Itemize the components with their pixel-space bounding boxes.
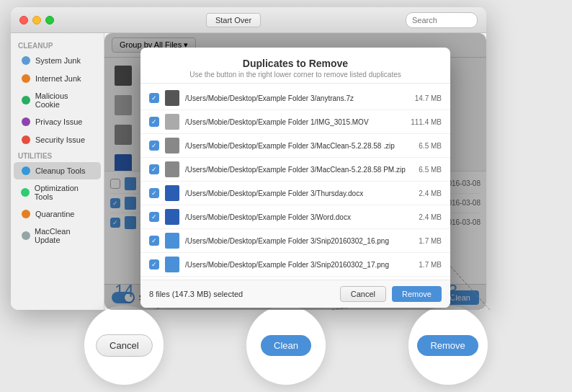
modal-item-path: /Users/Mobie/Desktop/Example Folder 3/Sn… xyxy=(185,261,413,269)
modal-file-icon xyxy=(165,114,179,130)
modal-file-icon xyxy=(165,138,179,153)
sidebar-item-cleanup-tools[interactable]: Cleanup Tools xyxy=(14,162,101,179)
modal-list-item[interactable]: ✓ /Users/Mobie/Desktop/Example Folder 3/… xyxy=(140,134,450,158)
modal-list-item[interactable]: ✓ /Users/Mobie/Desktop/Example Folder 3/… xyxy=(140,86,450,110)
sidebar-label-system-junk: System Junk xyxy=(35,56,81,65)
update-icon xyxy=(21,231,30,241)
sidebar-item-security-issue[interactable]: Security Issue xyxy=(14,131,101,148)
sidebar-item-optimization-tools[interactable]: Optimization Tools xyxy=(14,180,101,205)
modal-remove-button[interactable]: Remove xyxy=(392,286,442,302)
sidebar-item-system-junk[interactable]: System Junk xyxy=(14,52,101,69)
modal-cancel-button[interactable]: Cancel xyxy=(340,286,386,302)
app-window: Start Over Cleanup System Junk Internet … xyxy=(11,7,486,310)
modal-checkbox[interactable]: ✓ xyxy=(149,188,159,198)
modal-list-item[interactable]: ✓ /Users/Mobie/Desktop/Example Folder 3/… xyxy=(140,253,450,277)
callout-clean-button[interactable]: Clean xyxy=(261,335,311,356)
modal-file-icon xyxy=(165,90,179,106)
opt-icon xyxy=(21,187,30,197)
modal-header: Duplicates to Remove Use the button in t… xyxy=(140,48,450,84)
sidebar-label-quarantine: Quarantine xyxy=(35,210,74,218)
sidebar-item-quarantine[interactable]: Quarantine xyxy=(14,205,101,223)
callout-remove-button[interactable]: Remove xyxy=(417,335,478,356)
modal-item-path: /Users/Mobie/Desktop/Example Folder 3/Ma… xyxy=(185,166,413,174)
modal-checkbox[interactable]: ✓ xyxy=(149,141,159,151)
modal-list-item[interactable]: ✓ /Users/Mobie/Desktop/Example Folder 3/… xyxy=(140,205,450,229)
modal-file-icon xyxy=(165,185,179,201)
modal-list-item[interactable]: ✓ /Users/Mobie/Desktop/Example Folder 3/… xyxy=(140,158,450,182)
modal-checkbox[interactable]: ✓ xyxy=(149,117,159,127)
modal-checkbox[interactable]: ✓ xyxy=(149,164,159,174)
modal-file-icon xyxy=(165,209,179,225)
modal-list-item[interactable]: ✓ /Users/Mobie/Desktop/Example Folder 1/… xyxy=(140,110,450,134)
quarantine-icon xyxy=(21,209,31,219)
globe-icon xyxy=(21,74,31,84)
cleanup-section-label: Cleanup xyxy=(11,39,104,51)
sidebar-item-macclean-update[interactable]: MacClean Update xyxy=(14,223,101,248)
selected-count: 8 files (147.3 MB) selected xyxy=(149,290,243,298)
sidebar-label-security-issue: Security Issue xyxy=(35,135,85,144)
modal-item-path: /Users/Mobie/Desktop/Example Folder 3/Th… xyxy=(185,190,413,197)
sidebar-label-privacy-issue: Privacy Issue xyxy=(35,117,82,126)
modal-list-item[interactable]: ✓ /Users/Mobie/Desktop/Example Folder 3/… xyxy=(140,182,450,205)
modal-item-path: /Users/Mobie/Desktop/Example Folder 3/Sn… xyxy=(185,237,413,245)
modal-item-size: 2.4 MB xyxy=(419,213,442,221)
sidebar-label-malicious-cookie: Malicious Cookie xyxy=(35,92,94,109)
modal-list: ✓ /Users/Mobie/Desktop/Example Folder 3/… xyxy=(140,84,450,280)
modal-item-size: 14.7 MB xyxy=(415,94,442,102)
modal-item-size: 6.5 MB xyxy=(419,166,442,174)
minimize-button[interactable] xyxy=(32,16,41,24)
shield-icon xyxy=(21,55,31,66)
modal-file-icon xyxy=(165,161,179,177)
start-over-button[interactable]: Start Over xyxy=(206,13,261,27)
callout-clean-circle: Clean xyxy=(246,306,326,385)
modal-checkbox[interactable]: ✓ xyxy=(149,212,159,222)
callout-remove-circle: Remove xyxy=(408,306,488,385)
sidebar-item-privacy-issue[interactable]: Privacy Issue xyxy=(14,113,101,130)
modal-overlay: Duplicates to Remove Use the button in t… xyxy=(104,33,486,310)
security-icon xyxy=(21,135,31,145)
close-button[interactable] xyxy=(19,16,28,24)
sidebar-item-malicious-cookie[interactable]: Malicious Cookie xyxy=(14,88,101,112)
modal-checkbox[interactable]: ✓ xyxy=(149,93,159,103)
main-content: Group by All Files ▾ anytrans-64.7... IM… xyxy=(104,33,486,310)
modal-item-size: 2.4 MB xyxy=(419,190,442,197)
modal-item-path: /Users/Mobie/Desktop/Example Folder 3/Ma… xyxy=(185,142,413,150)
sidebar-label-internet-junk: Internet Junk xyxy=(35,74,81,83)
modal-item-size: 1.7 MB xyxy=(419,237,442,245)
modal-file-icon xyxy=(165,257,179,272)
title-bar-center: Start Over xyxy=(61,13,406,27)
modal-checkbox[interactable]: ✓ xyxy=(149,259,159,270)
search-input[interactable] xyxy=(406,12,478,28)
modal-actions: Cancel Remove xyxy=(340,286,442,302)
lock-icon xyxy=(21,117,31,127)
callout-cancel-button[interactable]: Cancel xyxy=(96,334,152,357)
modal-footer: 8 files (147.3 MB) selected Cancel Remov… xyxy=(140,280,450,308)
modal-subtitle: Use the button in the right lower corner… xyxy=(152,71,439,79)
utilities-section-label: Utilities xyxy=(11,149,104,161)
app-body: Cleanup System Junk Internet Junk Malici… xyxy=(11,33,486,310)
maximize-button[interactable] xyxy=(45,16,54,24)
modal-item-path: /Users/Mobie/Desktop/Example Folder 1/IM… xyxy=(185,118,405,126)
modal-item-size: 111.4 MB xyxy=(411,118,442,126)
modal-dialog: Duplicates to Remove Use the button in t… xyxy=(140,48,450,308)
tools-icon xyxy=(21,166,31,176)
title-bar: Start Over xyxy=(11,7,486,33)
sidebar-item-internet-junk[interactable]: Internet Junk xyxy=(14,70,101,87)
sidebar-label-cleanup-tools: Cleanup Tools xyxy=(35,166,86,175)
modal-item-size: 6.5 MB xyxy=(419,142,442,150)
callout-cancel-circle: Cancel xyxy=(84,306,164,385)
modal-file-icon xyxy=(165,233,179,249)
sidebar-label-optimization-tools: Optimization Tools xyxy=(35,184,94,201)
modal-item-path: /Users/Mobie/Desktop/Example Folder 3/Wo… xyxy=(185,213,413,221)
modal-title: Duplicates to Remove xyxy=(152,58,439,69)
sidebar: Cleanup System Junk Internet Junk Malici… xyxy=(11,33,104,310)
modal-item-size: 1.7 MB xyxy=(419,261,442,269)
sidebar-label-macclean-update: MacClean Update xyxy=(35,227,94,244)
traffic-lights xyxy=(19,16,54,24)
modal-item-path: /Users/Mobie/Desktop/Example Folder 3/an… xyxy=(185,94,409,102)
modal-checkbox[interactable]: ✓ xyxy=(149,236,159,246)
cookie-icon xyxy=(21,95,31,105)
modal-list-item[interactable]: ✓ /Users/Mobie/Desktop/Example Folder 3/… xyxy=(140,229,450,253)
